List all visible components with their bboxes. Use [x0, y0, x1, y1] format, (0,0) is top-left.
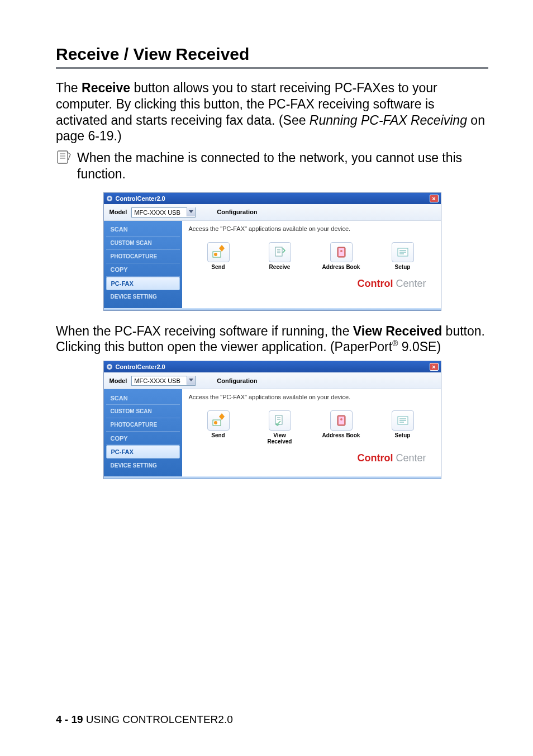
- sidebar-item-photocapture[interactable]: PHOTOCAPTURE: [106, 250, 180, 263]
- icon-row-2: Send View Received Address Book Set: [189, 407, 434, 449]
- page-footer: 4 - 19 USING CONTROLCENTER2.0: [56, 714, 233, 726]
- para2-text-a: When the PC-FAX receiving software if ru…: [56, 324, 353, 338]
- send-label: Send: [211, 264, 225, 270]
- brand-label-2: Control Center: [189, 449, 434, 470]
- sidebar-2: SCAN CUSTOM SCAN PHOTOCAPTURE COPY PC-FA…: [104, 389, 182, 476]
- model-label-2: Model: [110, 377, 127, 384]
- address-book-button[interactable]: Address Book: [322, 242, 361, 270]
- send-label-2: Send: [211, 432, 225, 438]
- sidebar-item-copy[interactable]: COPY: [106, 263, 180, 277]
- app-body: SCAN CUSTOM SCAN PHOTOCAPTURE COPY PC-FA…: [104, 221, 441, 308]
- address-book-label: Address Book: [322, 264, 360, 270]
- content-pane-2: Access the "PC-FAX" applications availab…: [182, 389, 441, 476]
- setup-button[interactable]: Setup: [383, 242, 422, 270]
- sidebar-item-custom-scan-2[interactable]: CUSTOM SCAN: [106, 405, 180, 418]
- svg-point-14: [340, 250, 342, 252]
- pane-description: Access the "PC-FAX" applications availab…: [189, 225, 434, 232]
- svg-point-5: [108, 197, 111, 200]
- svg-point-22: [214, 421, 217, 424]
- app-icon-2: [106, 363, 113, 370]
- paragraph-2: When the PC-FAX receiving software if ru…: [56, 323, 488, 356]
- setup-icon-2: [396, 413, 410, 428]
- sidebar-item-pcfax-2[interactable]: PC-FAX: [106, 445, 180, 459]
- view-received-label: View Received: [268, 432, 292, 445]
- sidebar-item-copy-2[interactable]: COPY: [106, 432, 180, 445]
- model-select-input-2[interactable]: [131, 376, 196, 386]
- send-button-2[interactable]: Send: [199, 410, 238, 445]
- svg-point-28: [340, 418, 342, 420]
- icon-row: Send Receive Address Book Setup: [189, 239, 434, 275]
- sidebar-item-pcfax[interactable]: PC-FAX: [106, 277, 180, 290]
- svg-point-20: [108, 366, 111, 368]
- app-icon: [106, 195, 113, 202]
- note-block: When the machine is connected to the net…: [56, 150, 488, 182]
- chevron-down-icon-2[interactable]: [187, 376, 195, 385]
- close-button-2[interactable]: ×: [430, 363, 439, 371]
- sidebar-item-scan-2[interactable]: SCAN: [106, 391, 180, 405]
- svg-point-7: [214, 253, 217, 256]
- page-number: 4 - 19: [56, 714, 83, 725]
- setup-icon: [396, 245, 410, 259]
- document-page: Receive / View Received The Receive butt…: [0, 0, 533, 756]
- heading-rule: [56, 67, 488, 69]
- configuration-link-2[interactable]: Configuration: [217, 377, 257, 384]
- pane-description-2: Access the "PC-FAX" applications availab…: [189, 394, 434, 400]
- receive-button[interactable]: Receive: [260, 242, 299, 270]
- setup-label-2: Setup: [395, 432, 411, 438]
- svg-rect-8: [275, 247, 282, 256]
- model-select[interactable]: [131, 207, 196, 218]
- address-book-label-2: Address Book: [322, 432, 360, 438]
- brand-control-2: Control: [357, 452, 393, 464]
- bottom-strip: [104, 308, 441, 310]
- chevron-down-icon[interactable]: [187, 207, 195, 216]
- para1-italic-ref: Running PC-FAX Receiving: [310, 113, 467, 127]
- sidebar-item-scan[interactable]: SCAN: [106, 223, 180, 237]
- footer-label: USING CONTROLCENTER2.0: [83, 714, 233, 725]
- screenshot-1: ControlCenter2.0 × Model Configuration S…: [56, 192, 488, 311]
- receive-icon: [273, 245, 287, 259]
- setup-button-2[interactable]: Setup: [383, 410, 422, 445]
- setup-label: Setup: [395, 264, 411, 270]
- address-book-icon: [334, 245, 349, 259]
- window-title: ControlCenter2.0: [116, 195, 430, 202]
- content-pane: Access the "PC-FAX" applications availab…: [182, 221, 441, 308]
- note-text: When the machine is connected to the net…: [77, 150, 488, 182]
- titlebar: ControlCenter2.0 ×: [104, 193, 441, 204]
- sidebar-item-device-setting-2[interactable]: DEVICE SETTING: [106, 459, 180, 472]
- address-book-icon-2: [334, 413, 349, 428]
- brand-control: Control: [357, 278, 393, 289]
- para1-bold-receive: Receive: [82, 81, 130, 95]
- note-icon: [56, 150, 72, 167]
- app-window-2: ControlCenter2.0 × Model Configuration S…: [103, 361, 441, 479]
- svg-rect-0: [58, 151, 68, 163]
- receive-label: Receive: [269, 264, 291, 270]
- close-button[interactable]: ×: [430, 195, 439, 202]
- toolbar: Model Configuration: [104, 204, 441, 221]
- view-received-icon: [273, 413, 287, 428]
- screenshot-2: ControlCenter2.0 × Model Configuration S…: [56, 361, 488, 479]
- sidebar-item-custom-scan[interactable]: CUSTOM SCAN: [106, 237, 180, 250]
- section-heading: Receive / View Received: [56, 45, 488, 64]
- model-select-input[interactable]: [131, 207, 196, 218]
- send-icon-2: [211, 413, 226, 428]
- model-select-2[interactable]: [131, 375, 196, 386]
- sidebar-item-device-setting[interactable]: DEVICE SETTING: [106, 290, 180, 304]
- bottom-strip-2: [104, 476, 441, 479]
- sidebar: SCAN CUSTOM SCAN PHOTOCAPTURE COPY PC-FA…: [104, 221, 182, 308]
- registered-symbol: ®: [392, 340, 398, 348]
- sidebar-item-photocapture-2[interactable]: PHOTOCAPTURE: [106, 418, 180, 432]
- brand-center: Center: [393, 278, 426, 289]
- brand-center-2: Center: [393, 452, 426, 464]
- toolbar-2: Model Configuration: [104, 372, 441, 389]
- view-received-button[interactable]: View Received: [260, 410, 299, 445]
- send-button[interactable]: Send: [199, 242, 238, 270]
- brand-label: Control Center: [189, 275, 434, 295]
- model-label: Model: [110, 209, 127, 215]
- app-window: ControlCenter2.0 × Model Configuration S…: [103, 192, 441, 311]
- configuration-link[interactable]: Configuration: [217, 209, 257, 215]
- address-book-button-2[interactable]: Address Book: [322, 410, 361, 445]
- para2-bold-view-received: View Received: [353, 324, 442, 338]
- paragraph-1: The Receive button allows you to start r…: [56, 80, 488, 144]
- para2-text-c: 9.0SE): [398, 339, 441, 354]
- app-body-2: SCAN CUSTOM SCAN PHOTOCAPTURE COPY PC-FA…: [104, 389, 441, 476]
